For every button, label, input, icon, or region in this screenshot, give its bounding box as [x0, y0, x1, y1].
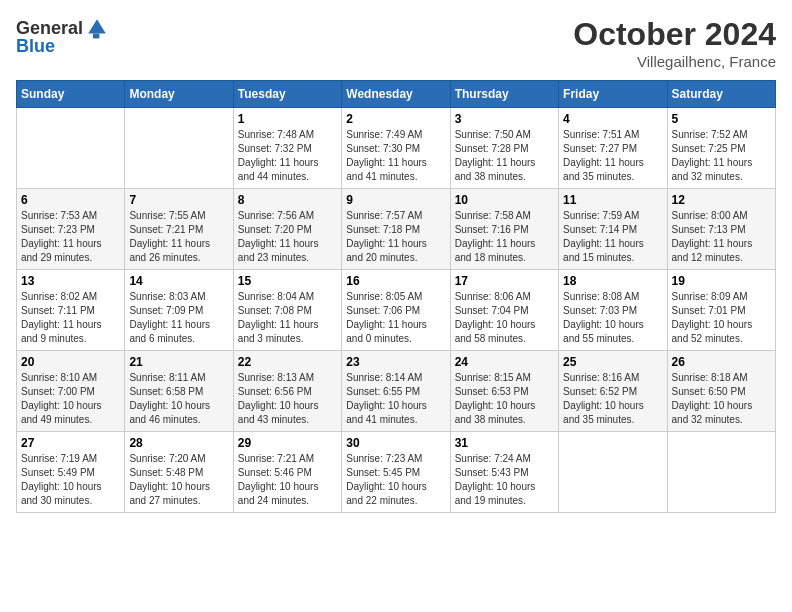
day-number: 5 [672, 112, 771, 126]
day-info: Sunrise: 8:00 AMSunset: 7:13 PMDaylight:… [672, 209, 771, 265]
calendar-cell [559, 432, 667, 513]
day-number: 26 [672, 355, 771, 369]
day-info: Sunrise: 7:57 AMSunset: 7:18 PMDaylight:… [346, 209, 445, 265]
logo-blue: Blue [16, 36, 55, 57]
day-number: 4 [563, 112, 662, 126]
location: Villegailhenc, France [573, 53, 776, 70]
calendar-week-4: 20Sunrise: 8:10 AMSunset: 7:00 PMDayligh… [17, 351, 776, 432]
day-number: 20 [21, 355, 120, 369]
day-number: 28 [129, 436, 228, 450]
day-info: Sunrise: 7:58 AMSunset: 7:16 PMDaylight:… [455, 209, 554, 265]
calendar-cell [17, 108, 125, 189]
calendar-cell: 9Sunrise: 7:57 AMSunset: 7:18 PMDaylight… [342, 189, 450, 270]
calendar-cell: 26Sunrise: 8:18 AMSunset: 6:50 PMDayligh… [667, 351, 775, 432]
calendar-cell: 13Sunrise: 8:02 AMSunset: 7:11 PMDayligh… [17, 270, 125, 351]
logo-icon [85, 16, 109, 40]
day-number: 14 [129, 274, 228, 288]
header-tuesday: Tuesday [233, 81, 341, 108]
day-info: Sunrise: 7:20 AMSunset: 5:48 PMDaylight:… [129, 452, 228, 508]
calendar-cell: 8Sunrise: 7:56 AMSunset: 7:20 PMDaylight… [233, 189, 341, 270]
calendar-cell: 30Sunrise: 7:23 AMSunset: 5:45 PMDayligh… [342, 432, 450, 513]
calendar-week-3: 13Sunrise: 8:02 AMSunset: 7:11 PMDayligh… [17, 270, 776, 351]
day-info: Sunrise: 8:13 AMSunset: 6:56 PMDaylight:… [238, 371, 337, 427]
calendar-table: SundayMondayTuesdayWednesdayThursdayFrid… [16, 80, 776, 513]
day-number: 7 [129, 193, 228, 207]
day-info: Sunrise: 8:04 AMSunset: 7:08 PMDaylight:… [238, 290, 337, 346]
day-number: 16 [346, 274, 445, 288]
day-info: Sunrise: 8:16 AMSunset: 6:52 PMDaylight:… [563, 371, 662, 427]
calendar-cell: 2Sunrise: 7:49 AMSunset: 7:30 PMDaylight… [342, 108, 450, 189]
day-info: Sunrise: 8:06 AMSunset: 7:04 PMDaylight:… [455, 290, 554, 346]
day-number: 29 [238, 436, 337, 450]
calendar-cell: 14Sunrise: 8:03 AMSunset: 7:09 PMDayligh… [125, 270, 233, 351]
day-number: 17 [455, 274, 554, 288]
month-title: October 2024 [573, 16, 776, 53]
day-info: Sunrise: 8:03 AMSunset: 7:09 PMDaylight:… [129, 290, 228, 346]
day-info: Sunrise: 7:53 AMSunset: 7:23 PMDaylight:… [21, 209, 120, 265]
calendar-cell: 19Sunrise: 8:09 AMSunset: 7:01 PMDayligh… [667, 270, 775, 351]
day-number: 1 [238, 112, 337, 126]
calendar-cell: 5Sunrise: 7:52 AMSunset: 7:25 PMDaylight… [667, 108, 775, 189]
day-info: Sunrise: 7:59 AMSunset: 7:14 PMDaylight:… [563, 209, 662, 265]
day-number: 9 [346, 193, 445, 207]
calendar-cell: 7Sunrise: 7:55 AMSunset: 7:21 PMDaylight… [125, 189, 233, 270]
day-info: Sunrise: 7:49 AMSunset: 7:30 PMDaylight:… [346, 128, 445, 184]
day-number: 11 [563, 193, 662, 207]
calendar-cell: 29Sunrise: 7:21 AMSunset: 5:46 PMDayligh… [233, 432, 341, 513]
day-number: 24 [455, 355, 554, 369]
day-info: Sunrise: 8:18 AMSunset: 6:50 PMDaylight:… [672, 371, 771, 427]
calendar-cell: 16Sunrise: 8:05 AMSunset: 7:06 PMDayligh… [342, 270, 450, 351]
calendar-cell: 21Sunrise: 8:11 AMSunset: 6:58 PMDayligh… [125, 351, 233, 432]
calendar-cell: 23Sunrise: 8:14 AMSunset: 6:55 PMDayligh… [342, 351, 450, 432]
day-number: 18 [563, 274, 662, 288]
header-sunday: Sunday [17, 81, 125, 108]
day-info: Sunrise: 8:10 AMSunset: 7:00 PMDaylight:… [21, 371, 120, 427]
day-info: Sunrise: 7:51 AMSunset: 7:27 PMDaylight:… [563, 128, 662, 184]
calendar-cell [667, 432, 775, 513]
day-number: 27 [21, 436, 120, 450]
calendar-cell: 24Sunrise: 8:15 AMSunset: 6:53 PMDayligh… [450, 351, 558, 432]
day-number: 3 [455, 112, 554, 126]
calendar-cell: 12Sunrise: 8:00 AMSunset: 7:13 PMDayligh… [667, 189, 775, 270]
calendar-cell: 3Sunrise: 7:50 AMSunset: 7:28 PMDaylight… [450, 108, 558, 189]
day-info: Sunrise: 7:50 AMSunset: 7:28 PMDaylight:… [455, 128, 554, 184]
day-info: Sunrise: 8:15 AMSunset: 6:53 PMDaylight:… [455, 371, 554, 427]
day-number: 19 [672, 274, 771, 288]
calendar-week-5: 27Sunrise: 7:19 AMSunset: 5:49 PMDayligh… [17, 432, 776, 513]
calendar-cell: 18Sunrise: 8:08 AMSunset: 7:03 PMDayligh… [559, 270, 667, 351]
header-friday: Friday [559, 81, 667, 108]
calendar-header-row: SundayMondayTuesdayWednesdayThursdayFrid… [17, 81, 776, 108]
title-area: October 2024 Villegailhenc, France [573, 16, 776, 70]
day-info: Sunrise: 7:55 AMSunset: 7:21 PMDaylight:… [129, 209, 228, 265]
day-number: 10 [455, 193, 554, 207]
day-info: Sunrise: 8:14 AMSunset: 6:55 PMDaylight:… [346, 371, 445, 427]
svg-marker-0 [88, 19, 106, 33]
day-number: 2 [346, 112, 445, 126]
day-info: Sunrise: 7:21 AMSunset: 5:46 PMDaylight:… [238, 452, 337, 508]
day-info: Sunrise: 7:48 AMSunset: 7:32 PMDaylight:… [238, 128, 337, 184]
day-number: 8 [238, 193, 337, 207]
calendar-cell: 11Sunrise: 7:59 AMSunset: 7:14 PMDayligh… [559, 189, 667, 270]
calendar-cell: 17Sunrise: 8:06 AMSunset: 7:04 PMDayligh… [450, 270, 558, 351]
day-info: Sunrise: 8:11 AMSunset: 6:58 PMDaylight:… [129, 371, 228, 427]
day-info: Sunrise: 7:23 AMSunset: 5:45 PMDaylight:… [346, 452, 445, 508]
day-info: Sunrise: 8:05 AMSunset: 7:06 PMDaylight:… [346, 290, 445, 346]
day-info: Sunrise: 8:09 AMSunset: 7:01 PMDaylight:… [672, 290, 771, 346]
day-number: 15 [238, 274, 337, 288]
day-info: Sunrise: 7:56 AMSunset: 7:20 PMDaylight:… [238, 209, 337, 265]
day-info: Sunrise: 7:52 AMSunset: 7:25 PMDaylight:… [672, 128, 771, 184]
calendar-cell: 25Sunrise: 8:16 AMSunset: 6:52 PMDayligh… [559, 351, 667, 432]
header-wednesday: Wednesday [342, 81, 450, 108]
calendar-cell: 6Sunrise: 7:53 AMSunset: 7:23 PMDaylight… [17, 189, 125, 270]
day-number: 22 [238, 355, 337, 369]
day-number: 31 [455, 436, 554, 450]
calendar-cell: 28Sunrise: 7:20 AMSunset: 5:48 PMDayligh… [125, 432, 233, 513]
calendar-cell: 31Sunrise: 7:24 AMSunset: 5:43 PMDayligh… [450, 432, 558, 513]
day-number: 13 [21, 274, 120, 288]
svg-marker-1 [93, 34, 99, 39]
calendar-week-2: 6Sunrise: 7:53 AMSunset: 7:23 PMDaylight… [17, 189, 776, 270]
calendar-week-1: 1Sunrise: 7:48 AMSunset: 7:32 PMDaylight… [17, 108, 776, 189]
calendar-cell: 22Sunrise: 8:13 AMSunset: 6:56 PMDayligh… [233, 351, 341, 432]
page-header: General Blue October 2024 Villegailhenc,… [16, 16, 776, 70]
calendar-cell: 4Sunrise: 7:51 AMSunset: 7:27 PMDaylight… [559, 108, 667, 189]
